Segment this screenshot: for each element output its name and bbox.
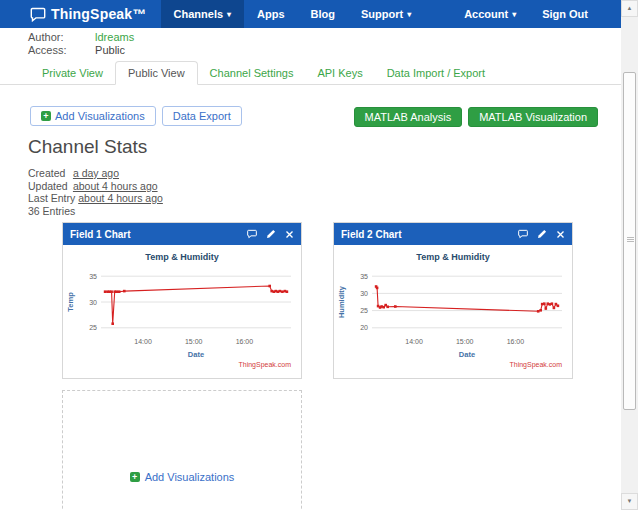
page-title: Channel Stats [28,136,163,158]
stat-value[interactable]: about 4 hours ago [73,180,158,192]
svg-text:16:00: 16:00 [236,338,254,345]
access-value: Public [95,44,125,56]
svg-text:Temp & Humidity: Temp & Humidity [145,252,218,262]
svg-text:35: 35 [89,273,97,280]
channel-stats: Channel Stats Created a day ago Updated … [28,136,163,217]
toolbar-left: + Add Visualizations Data Export [30,106,242,126]
stat-label: Created [28,167,70,180]
edit-icon[interactable] [537,229,547,239]
author-row: Author: ldreams [28,31,134,44]
plus-icon: + [130,472,140,482]
field2-chart: Temp & Humidity2025303514:0015:0016:00Hu… [334,245,572,378]
nav-item-account[interactable]: Account ▾ [451,0,529,28]
toolbar-right: MATLAB Analysis MATLAB Visualization [354,107,598,127]
channel-meta: Author: ldreams Access: Public [28,31,134,57]
nav-item-label: Apps [257,8,285,20]
nav-item-blog[interactable]: Blog [298,0,348,28]
scrollbar-grip [627,239,634,240]
svg-text:25: 25 [89,324,97,331]
card-body: Temp & Humidity2025303514:0015:0016:00Hu… [334,245,572,378]
svg-text:20: 20 [360,324,368,331]
add-visualizations-button[interactable]: + Add Visualizations [30,106,156,126]
add-visualizations-card-label: Add Visualizations [145,471,235,483]
card-header-actions [247,229,294,239]
add-visualizations-label: Add Visualizations [55,110,145,122]
top-navbar: ThingSpeak™ Channels ▾ Apps Blog Support… [0,0,621,28]
channel-tabbar: Private View Public View Channel Setting… [0,59,621,85]
svg-text:15:00: 15:00 [185,338,203,345]
stat-label: Last Entry [28,192,75,205]
nav-item-support[interactable]: Support ▾ [348,0,424,28]
svg-text:ThingSpeak.com: ThingSpeak.com [509,361,562,369]
field1-chart-card: Field 1 Chart Temp & Humidity25303514:00… [62,222,302,379]
stat-label: Updated [28,180,70,193]
caret-down-icon: ▾ [227,11,231,19]
brand-title: ThingSpeak™ [51,6,147,22]
svg-text:14:00: 14:00 [405,338,423,345]
caret-down-icon: ▾ [512,11,516,19]
svg-text:15:00: 15:00 [456,338,474,345]
scrollbar-down-arrow-icon[interactable]: ▼ [621,493,638,510]
tab-public-view[interactable]: Public View [115,61,198,85]
card-header: Field 2 Chart [334,223,572,245]
matlab-analysis-button[interactable]: MATLAB Analysis [354,107,463,127]
thingspeak-brand-link[interactable]: ThingSpeak™ [30,0,147,28]
stat-value[interactable]: about 4 hours ago [78,192,163,204]
svg-text:Humidity: Humidity [337,285,346,318]
scrollbar-up-arrow-icon[interactable]: ▲ [621,0,638,17]
matlab-visualization-button[interactable]: MATLAB Visualization [468,107,598,127]
svg-text:Temp & Humidity: Temp & Humidity [416,252,489,262]
add-visualizations-card: + Add Visualizations [62,390,302,510]
author-link[interactable]: ldreams [95,31,134,43]
nav-item-label: Sign Out [542,8,588,20]
svg-text:35: 35 [360,273,368,280]
stat-row-created: Created a day ago [28,167,163,180]
comment-icon[interactable] [247,229,257,239]
field1-chart: Temp & Humidity25303514:0015:0016:00Temp… [63,245,301,378]
add-visualizations-link[interactable]: + Add Visualizations [130,471,235,483]
nav-item-channels[interactable]: Channels ▾ [161,0,245,28]
card-header: Field 1 Chart [63,223,301,245]
author-label: Author: [28,31,92,44]
svg-text:16:00: 16:00 [507,338,525,345]
nav-item-label: Support [361,8,403,20]
chart-card-deck: Field 1 Chart Temp & Humidity25303514:00… [62,222,573,379]
svg-text:14:00: 14:00 [134,338,152,345]
thingspeak-logo-icon [30,7,46,22]
scrollbar-thumb[interactable] [623,72,636,410]
svg-text:25: 25 [360,307,368,314]
tab-data-import-export[interactable]: Data Import / Export [375,62,497,84]
nav-right-menu: Account ▾ Sign Out [451,0,601,28]
svg-text:30: 30 [89,299,97,306]
nav-item-label: Blog [311,8,335,20]
card-body: Temp & Humidity25303514:0015:0016:00Temp… [63,245,301,378]
close-icon[interactable] [285,230,294,239]
card-header-actions [518,229,565,239]
card-title: Field 2 Chart [341,229,402,240]
svg-text:30: 30 [360,290,368,297]
svg-text:ThingSpeak.com: ThingSpeak.com [238,361,291,369]
stat-value[interactable]: a day ago [73,167,119,179]
nav-item-label: Channels [174,8,224,20]
svg-text:Date: Date [188,350,204,359]
sign-out-link[interactable]: Sign Out [529,0,601,28]
entries-count: 36 Entries [28,205,163,218]
caret-down-icon: ▾ [407,11,411,19]
svg-text:Temp: Temp [66,292,75,312]
card-title: Field 1 Chart [70,229,131,240]
vertical-scrollbar[interactable]: ▲ ▼ [621,0,638,510]
tab-api-keys[interactable]: API Keys [305,62,374,84]
nav-item-apps[interactable]: Apps [244,0,298,28]
nav-menu: Channels ▾ Apps Blog Support ▾ [161,0,425,28]
plus-icon: + [41,111,51,121]
edit-icon[interactable] [266,229,276,239]
stat-row-last-entry: Last Entry about 4 hours ago [28,192,163,205]
svg-text:Date: Date [459,350,475,359]
data-export-button[interactable]: Data Export [162,106,242,126]
comment-icon[interactable] [518,229,528,239]
tab-private-view[interactable]: Private View [30,62,115,84]
access-row: Access: Public [28,44,134,57]
access-label: Access: [28,44,92,57]
tab-channel-settings[interactable]: Channel Settings [198,62,306,84]
close-icon[interactable] [556,230,565,239]
